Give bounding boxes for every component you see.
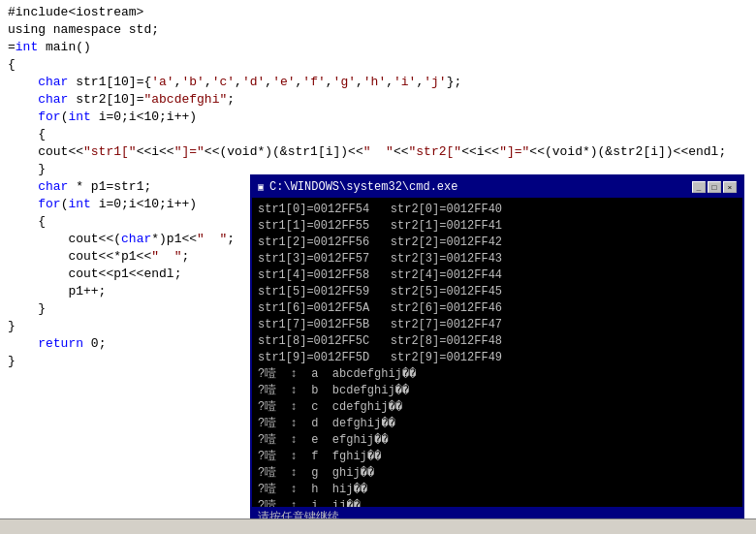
cmd-output-line-10: str1[9]=0012FF5D str2[9]=0012FF49 xyxy=(258,350,737,366)
maximize-button[interactable]: □ xyxy=(708,181,721,193)
bottom-scrollbar[interactable] xyxy=(0,518,756,534)
cmd-titlebar-buttons: _ □ × xyxy=(692,181,737,193)
code-line-9: cout<<"str1["<<i<<"]="<<(void*)(&str1[i]… xyxy=(8,143,748,161)
cmd-window: ▣ C:\WINDOWS\system32\cmd.exe _ □ × str1… xyxy=(250,174,744,528)
cmd-output-line-9: str1[8]=0012FF5C str2[8]=0012FF48 xyxy=(258,333,737,350)
cmd-output-line-19: ?噎 ↕ i ij�� xyxy=(258,498,737,507)
cmd-output-line-14: ?噎 ↕ d defghij�� xyxy=(258,416,737,432)
minimize-button[interactable]: _ xyxy=(692,181,706,193)
code-line-4: { xyxy=(8,56,748,74)
cmd-output-line-7: str1[6]=0012FF5A str2[6]=0012FF46 xyxy=(258,300,737,317)
cmd-output-line-3: str1[2]=0012FF56 str2[2]=0012FF42 xyxy=(258,235,737,251)
code-line-6: char str2[10]="abcdefghi"; xyxy=(8,91,748,109)
cmd-output-line-5: str1[4]=0012FF58 str2[4]=0012FF44 xyxy=(258,267,737,284)
cmd-output-line-8: str1[7]=0012FF5B str2[7]=0012FF47 xyxy=(258,317,737,333)
cmd-body: str1[0]=0012FF54 str2[0]=0012FF40 str1[1… xyxy=(252,198,742,507)
code-line-7: for(int i=0;i<10;i++) xyxy=(8,109,748,126)
main-container: #include<iostream> using namespace std; … xyxy=(0,0,756,534)
code-line-1: #include<iostream> xyxy=(8,4,748,21)
code-line-5: char str1[10]={'a','b','c','d','e','f','… xyxy=(8,74,748,91)
cmd-output-line-12: ?噎 ↕ b bcdefghij�� xyxy=(258,383,737,399)
cmd-title: C:\WINDOWS\system32\cmd.exe xyxy=(269,180,457,194)
cmd-icon: ▣ xyxy=(258,181,264,193)
cmd-output-line-16: ?噎 ↕ f fghij�� xyxy=(258,449,737,465)
cmd-output-line-18: ?噎 ↕ h hij�� xyxy=(258,482,737,498)
cmd-output-line-13: ?噎 ↕ c cdefghij�� xyxy=(258,399,737,416)
cmd-titlebar: ▣ C:\WINDOWS\system32\cmd.exe _ □ × xyxy=(252,176,742,198)
cmd-output-line-2: str1[1]=0012FF55 str2[1]=0012FF41 xyxy=(258,218,737,235)
code-line-3: =int main() xyxy=(8,39,748,56)
cmd-output-line-11: ?噎 ↕ a abcdefghij�� xyxy=(258,366,737,383)
code-line-8: { xyxy=(8,126,748,143)
cmd-output-line-4: str1[3]=0012FF57 str2[3]=0012FF43 xyxy=(258,251,737,267)
code-line-2: using namespace std; xyxy=(8,21,748,39)
cmd-output-line-1: str1[0]=0012FF54 str2[0]=0012FF40 xyxy=(258,202,737,218)
cmd-output-line-15: ?噎 ↕ e efghij�� xyxy=(258,432,737,449)
close-button[interactable]: × xyxy=(723,181,737,193)
cmd-output-line-6: str1[5]=0012FF59 str2[5]=0012FF45 xyxy=(258,284,737,300)
cmd-output-line-17: ?噎 ↕ g ghij�� xyxy=(258,465,737,482)
